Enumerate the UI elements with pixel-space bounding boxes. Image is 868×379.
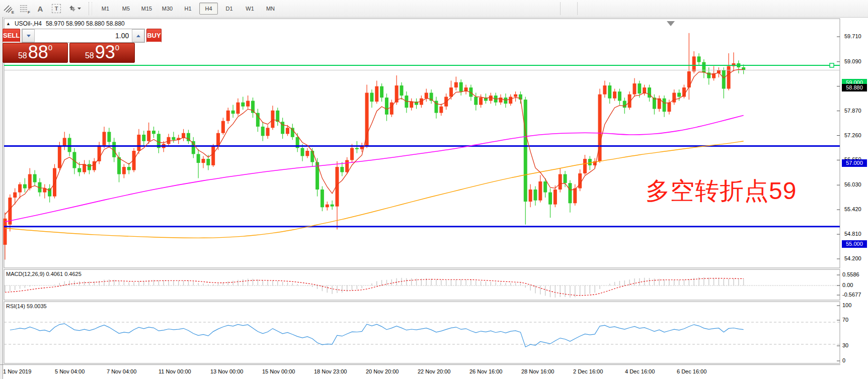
price-axis[interactable]: 59.71059.09058.48057.87057.26056.65056.0…	[840, 18, 868, 379]
toolbar: E F A T M1M5M15M30H1H4D1W1MN	[0, 0, 868, 18]
time-tick-label: 13 Nov 00:00	[210, 368, 243, 374]
time-tick-label: 20 Nov 20:00	[366, 368, 399, 374]
price-tick-label: 59.710	[844, 33, 861, 39]
buy-price-prefix: 58	[85, 51, 94, 61]
time-tick-label: 6 Dec 16:00	[677, 368, 706, 374]
price-tick-label: 56.030	[844, 181, 861, 187]
hline-handle-marker[interactable]	[830, 63, 834, 67]
arrows-tool-button[interactable]	[65, 2, 85, 16]
fibonacci-tool-button[interactable]: F	[17, 2, 32, 16]
price-tick-label: 54.810	[844, 231, 861, 237]
volume-increase-button[interactable]	[132, 29, 144, 42]
price-tick-label: 57.260	[844, 132, 861, 138]
one-click-trade-panel: SELL BUY 58 88 0 58 93 0	[3, 29, 135, 63]
triangle-down-icon	[27, 35, 31, 37]
triangle-up-icon	[136, 35, 140, 37]
timeframe-button-mn[interactable]: MN	[261, 3, 280, 15]
rsi-tick-label: 30	[842, 342, 848, 348]
time-tick-label: 2 Dec 16:00	[573, 368, 603, 374]
symbol-name: USOil-,H4	[15, 20, 42, 27]
time-tick-label: 4 Dec 16:00	[625, 368, 655, 374]
timeframe-button-w1[interactable]: W1	[241, 3, 259, 15]
macd-tick-label: 0.5586	[842, 271, 859, 277]
time-tick-label: 7 Nov 04:00	[107, 368, 136, 374]
symbol-row: ▲ USOil-,H4 58.970 58.990 58.880 58.880	[6, 20, 125, 27]
timeframe-button-h1[interactable]: H1	[179, 3, 197, 15]
symbol-ohlc: 58.970 58.990 58.880 58.880	[46, 20, 125, 27]
trade-controls-row: SELL BUY	[3, 29, 135, 43]
rsi-indicator-label: RSI(14) 59.0035	[6, 303, 47, 309]
text-box-tool-button[interactable]: T	[49, 2, 64, 16]
volume-input[interactable]	[35, 29, 132, 42]
trade-prices-row: 58 88 0 58 93 0	[3, 43, 135, 63]
price-tick-label: 55.420	[844, 206, 861, 212]
toolbar-separator	[577, 2, 578, 15]
sell-price-prefix: 58	[18, 51, 27, 61]
macd-tick-label: -0.5677	[842, 292, 861, 298]
rsi-tick-label: 100	[842, 302, 851, 308]
buy-button[interactable]: BUY	[146, 29, 161, 43]
price-tick-label: 54.200	[844, 255, 861, 261]
text-box-glyph: T	[52, 4, 61, 13]
tool-sub-label: E	[12, 10, 14, 15]
buy-price-sup: 0	[115, 44, 119, 51]
time-tick-label: 11 Nov 00:00	[159, 368, 191, 374]
equidistant-channel-tool-button[interactable]: E	[1, 2, 16, 16]
chart-annotation-text: 多空转折点59	[646, 175, 797, 207]
time-tick-label: 5 Nov 04:00	[55, 368, 85, 374]
time-axis[interactable]: 1 Nov 20195 Nov 04:007 Nov 04:0011 Nov 0…	[0, 365, 840, 379]
rsi-tick-label: 0	[842, 357, 845, 363]
buy-price-tile[interactable]: 58 93 0	[69, 43, 135, 63]
time-tick-label: 15 Nov 00:00	[262, 368, 295, 374]
timeframe-button-m30[interactable]: M30	[158, 3, 177, 15]
macd-tick-label: 0.00	[842, 282, 853, 288]
price-badge-58.880: 58.880	[842, 84, 867, 91]
timeframe-button-h4[interactable]: H4	[199, 3, 218, 15]
timeframe-button-m15[interactable]: M15	[137, 3, 156, 15]
time-tick-label: 28 Nov 16:00	[521, 368, 554, 374]
time-tick-label: 18 Nov 23:00	[314, 368, 347, 374]
buy-price-big: 93	[95, 44, 115, 61]
macd-pane[interactable]	[4, 269, 840, 300]
mt4-window: E F A T M1M5M15M30H1H4D1W1MN ▲ USOil-,H4…	[0, 0, 868, 379]
timeframe-button-m1[interactable]: M1	[96, 3, 115, 15]
text-label-tool-button[interactable]: A	[33, 2, 48, 16]
price-tick-label: 59.090	[844, 58, 861, 64]
sell-price-sup: 0	[48, 44, 52, 51]
price-badge-57.000: 57.000	[842, 159, 867, 167]
volume-spinner	[22, 29, 145, 43]
price-tick-label: 57.870	[844, 108, 861, 114]
macd-indicator-label: MACD(12,26,9) 0.4061 0.4625	[6, 271, 82, 277]
timeframe-button-m5[interactable]: M5	[117, 3, 135, 15]
one-click-collapse-icon[interactable]: ▲	[6, 21, 11, 26]
toolbar-separator	[560, 2, 561, 15]
sell-price-tile[interactable]: 58 88 0	[3, 43, 68, 63]
time-tick-label: 26 Nov 16:00	[469, 368, 502, 374]
sell-price-big: 88	[28, 44, 48, 61]
timeframe-group: M1M5M15M30H1H4D1W1MN	[95, 3, 281, 15]
volume-decrease-button[interactable]	[22, 29, 35, 42]
tool-sub-label: F	[28, 10, 30, 15]
rsi-tick-label: 70	[842, 317, 848, 323]
time-tick-label: 1 Nov 2019	[3, 368, 31, 374]
price-badge-55.000: 55.000	[842, 240, 867, 248]
toolbar-separator	[89, 2, 92, 15]
time-tick-label: 22 Nov 20:00	[418, 368, 450, 374]
timeframe-button-d1[interactable]: D1	[220, 3, 239, 15]
sell-button[interactable]: SELL	[3, 29, 20, 43]
